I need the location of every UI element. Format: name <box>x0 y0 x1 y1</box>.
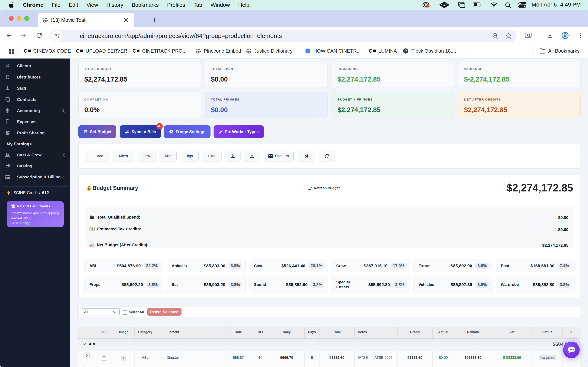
svg-text:$: $ <box>88 188 90 190</box>
svg-text:P: P <box>405 49 407 53</box>
svg-text:$: $ <box>91 228 93 230</box>
